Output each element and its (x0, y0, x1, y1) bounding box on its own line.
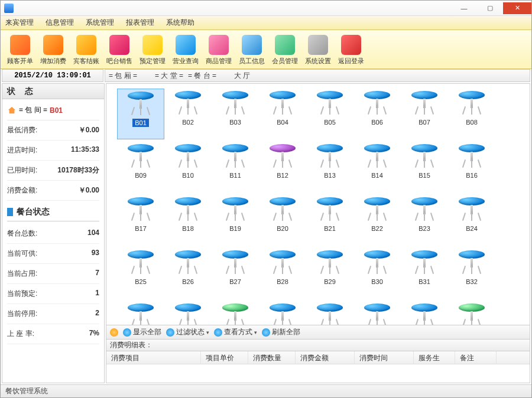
table-B30[interactable]: B30 (353, 248, 401, 299)
tool-4[interactable]: 预定管理 (137, 32, 168, 67)
menu-item-0[interactable]: 来宾管理 (5, 18, 34, 28)
filter-refresh[interactable]: 刷新全部 (262, 327, 300, 337)
table-icon (458, 249, 486, 275)
dropdown-icon: ▾ (206, 330, 209, 335)
table-icon (174, 196, 202, 222)
menu-item-3[interactable]: 报表管理 (126, 18, 154, 28)
table-B03[interactable]: B03 (212, 89, 259, 139)
col-header[interactable]: 服务生 (414, 351, 455, 364)
current-room: = 包 间 = B01 (7, 103, 99, 120)
crumb-hall[interactable]: = 大 堂 = (155, 71, 183, 81)
col-header[interactable]: 消费金额 (296, 351, 355, 364)
col-header[interactable]: 项目单价 (201, 351, 248, 364)
close-button[interactable]: ✕ (503, 2, 531, 14)
table-B14[interactable]: B14 (353, 142, 401, 193)
table-B38[interactable]: B38 (353, 301, 401, 325)
filter-prev[interactable] (110, 328, 118, 337)
tool-label: 系统设置 (305, 57, 331, 66)
table-B16[interactable]: B16 (448, 142, 495, 193)
table-B17[interactable]: B17 (117, 195, 164, 246)
stat-row: 当前停用:2 (7, 304, 99, 324)
table-icon (221, 302, 249, 325)
table-B25[interactable]: B25 (117, 248, 164, 299)
table-B22[interactable]: B22 (353, 195, 401, 246)
tool-5[interactable]: 营业查询 (170, 32, 202, 67)
col-header[interactable]: 消费项目 (106, 351, 201, 364)
table-icon (316, 143, 344, 169)
table-B23[interactable]: B23 (401, 195, 448, 246)
table-B28[interactable]: B28 (259, 248, 306, 299)
table-B27[interactable]: B27 (212, 248, 259, 299)
table-B08[interactable]: B08 (448, 89, 495, 139)
table-B19[interactable]: B19 (212, 195, 259, 246)
table-B04[interactable]: B04 (259, 89, 306, 139)
table-B33[interactable]: B33 (117, 301, 164, 325)
filter-state[interactable]: 过滤状态▾ (166, 327, 209, 337)
table-B09[interactable]: B09 (117, 142, 164, 193)
tool-6[interactable]: 商品管理 (203, 32, 235, 67)
tool-8[interactable]: 会员管理 (269, 32, 301, 67)
table-B20[interactable]: B20 (259, 195, 306, 246)
table-B40[interactable]: B40 (448, 301, 495, 325)
tool-3[interactable]: 吧台销售 (103, 32, 135, 67)
crumb-booth[interactable]: = 包 厢 = (109, 71, 137, 81)
table-B35[interactable]: B35 (212, 301, 259, 325)
table-B36[interactable]: B36 (259, 301, 306, 325)
chevron-icon (221, 71, 229, 80)
tool-1[interactable]: 增加消费 (37, 32, 69, 67)
tool-9[interactable]: 系统设置 (302, 32, 334, 67)
table-B24[interactable]: B24 (448, 195, 495, 246)
table-B13[interactable]: B13 (306, 142, 353, 193)
table-icon (410, 90, 439, 116)
side-title: 状 态 (2, 84, 104, 99)
col-header[interactable]: 消费数量 (248, 351, 296, 364)
table-icon (363, 143, 391, 169)
datetime: 2015/2/10 13:09:01 (2, 69, 103, 82)
table-B07[interactable]: B07 (401, 89, 448, 139)
col-header[interactable]: 消费时间 (355, 351, 414, 364)
table-B32[interactable]: B32 (448, 248, 495, 299)
table-label: B30 (369, 278, 385, 286)
table-B26[interactable]: B26 (164, 248, 212, 299)
tool-label: 营业查询 (173, 57, 199, 66)
menu-item-1[interactable]: 信息管理 (46, 18, 74, 28)
table-B29[interactable]: B29 (306, 248, 353, 299)
tool-2[interactable]: 宾客结账 (70, 32, 102, 67)
table-B10[interactable]: B10 (164, 142, 212, 193)
table-B21[interactable]: B21 (306, 195, 353, 246)
maximize-button[interactable]: ▢ (477, 2, 503, 14)
table-B37[interactable]: B37 (306, 301, 353, 325)
table-B05[interactable]: B05 (306, 89, 353, 139)
crumb-lobby[interactable]: 大 厅 (234, 71, 250, 81)
table-icon (268, 249, 297, 275)
table-B34[interactable]: B34 (164, 301, 212, 325)
tool-icon (242, 35, 262, 55)
table-B15[interactable]: B15 (401, 142, 448, 193)
crumb-table[interactable]: = 餐 台 = (188, 71, 216, 81)
table-icon (221, 249, 249, 275)
sub-row: 2015/2/10 13:09:01 = 包 厢 = = 大 堂 = = 餐 台… (1, 69, 531, 82)
table-label: B28 (274, 278, 291, 286)
table-B11[interactable]: B11 (212, 142, 259, 193)
tool-icon (142, 35, 163, 55)
tool-0[interactable]: 顾客开单 (4, 32, 36, 67)
table-B31[interactable]: B31 (401, 248, 448, 299)
table-icon (458, 143, 486, 169)
col-header[interactable]: 备注 (455, 351, 497, 364)
table-B39[interactable]: B39 (401, 301, 448, 325)
table-B18[interactable]: B18 (164, 195, 212, 246)
tool-7[interactable]: 员工信息 (236, 32, 268, 67)
table-B06[interactable]: B06 (353, 89, 401, 139)
minimize-button[interactable]: — (451, 2, 477, 14)
filter-show-all[interactable]: 显示全部 (123, 327, 161, 337)
menu-item-4[interactable]: 系统帮助 (166, 18, 194, 28)
table-B02[interactable]: B02 (164, 89, 212, 139)
filter-view-mode[interactable]: 查看方式▾ (214, 327, 257, 337)
tool-10[interactable]: 返回登录 (335, 32, 367, 67)
filter-bar: 显示全部 过滤状态▾ 查看方式▾ 刷新全部 (106, 325, 530, 340)
table-B01[interactable]: B01 (117, 89, 164, 139)
menu-item-2[interactable]: 系统管理 (86, 18, 114, 28)
table-B12[interactable]: B12 (259, 142, 306, 193)
table-panel[interactable]: B01B02B03B04B05B06B07B08B09B10B11B12B13B… (106, 83, 530, 325)
tool-icon (308, 35, 328, 55)
